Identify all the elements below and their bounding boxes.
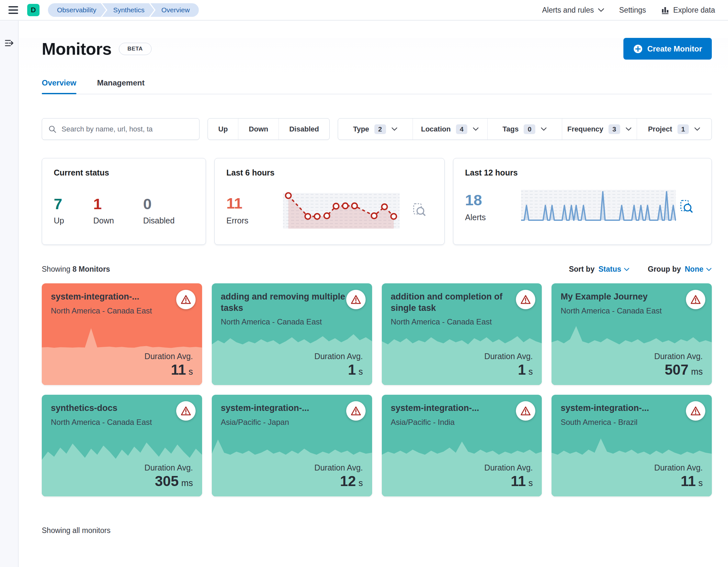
chevron-down-icon bbox=[472, 127, 479, 131]
duration-avg-label: Duration Avg. bbox=[484, 463, 533, 472]
chevron-down-icon bbox=[624, 267, 630, 271]
current-status-title: Current status bbox=[54, 168, 194, 177]
filter-frequency[interactable]: Frequency3 bbox=[562, 119, 637, 140]
status-filter-group: UpDownDisabled bbox=[208, 118, 330, 140]
duration-avg-label: Duration Avg. bbox=[654, 463, 703, 472]
duration-unit: s bbox=[358, 367, 363, 377]
warning-triangle-icon bbox=[690, 294, 701, 305]
monitor-card[interactable]: system-integration-... South America - B… bbox=[552, 395, 712, 496]
tab-management[interactable]: Management bbox=[97, 78, 145, 94]
search-input[interactable] bbox=[62, 125, 193, 133]
last-12-hours-title: Last 12 hours bbox=[465, 168, 700, 177]
alerts-inspect-button[interactable] bbox=[677, 197, 695, 216]
menu-icon[interactable] bbox=[8, 6, 18, 14]
filter-count-badge: 3 bbox=[609, 124, 620, 134]
duration-unit: s bbox=[699, 478, 703, 488]
errors-count: 11 bbox=[226, 194, 280, 212]
monitor-name: addition and completion of single task bbox=[391, 291, 533, 313]
status-filter-up[interactable]: Up bbox=[208, 119, 238, 140]
status-stat-label: Disabled bbox=[143, 216, 175, 225]
chevron-down-icon bbox=[625, 127, 632, 131]
status-stat-value: 7 bbox=[54, 195, 64, 213]
filter-tags[interactable]: Tags0 bbox=[487, 119, 562, 140]
duration-value: 12 bbox=[340, 473, 356, 489]
duration-unit: s bbox=[529, 367, 533, 377]
errors-inspect-button[interactable] bbox=[410, 200, 428, 220]
monitor-name: system-integration-... bbox=[221, 403, 363, 414]
breadcrumb-item[interactable]: Synthetics bbox=[102, 3, 154, 17]
filter-location[interactable]: Location4 bbox=[413, 119, 487, 140]
tabs: Overview Management bbox=[42, 78, 712, 94]
deployment-badge[interactable]: D bbox=[27, 4, 40, 16]
status-stat-disabled: 0Disabled bbox=[143, 195, 175, 225]
breadcrumb-item[interactable]: Observability bbox=[48, 3, 106, 17]
status-stat-label: Up bbox=[54, 216, 64, 225]
breadcrumb-item[interactable]: Overview bbox=[150, 3, 199, 17]
monitor-card[interactable]: synthetics-docs North America - Canada E… bbox=[42, 395, 202, 496]
chevron-down-icon bbox=[598, 8, 604, 12]
filter-label: Project bbox=[648, 125, 672, 133]
filter-label: Type bbox=[353, 125, 369, 133]
duration-value: 305 bbox=[155, 473, 178, 489]
alerts-and-rules-button[interactable]: Alerts and rules bbox=[542, 6, 604, 15]
chevron-down-icon bbox=[706, 267, 712, 271]
monitor-name: My Example Journey bbox=[561, 291, 703, 302]
filter-count-badge: 0 bbox=[524, 124, 535, 134]
monitor-card[interactable]: adding and removing multiple tasks North… bbox=[212, 283, 372, 385]
chevron-down-icon bbox=[540, 127, 547, 131]
status-filter-disabled[interactable]: Disabled bbox=[279, 119, 329, 140]
warning-triangle-icon bbox=[520, 406, 531, 416]
filter-type[interactable]: Type2 bbox=[338, 119, 413, 140]
group-by-value[interactable]: None bbox=[685, 265, 712, 274]
monitor-location: North America - Canada East bbox=[51, 417, 158, 427]
breadcrumbs: ObservabilitySyntheticsOverview bbox=[48, 3, 199, 17]
filter-project[interactable]: Project1 bbox=[637, 119, 711, 140]
search-icon bbox=[48, 125, 57, 134]
errors-label: Errors bbox=[226, 216, 280, 225]
explore-data-button[interactable]: Explore data bbox=[661, 6, 715, 15]
filter-count-badge: 2 bbox=[374, 124, 386, 134]
showing-monitors-text: Showing 8 Monitors bbox=[42, 265, 110, 274]
search-box bbox=[42, 118, 199, 140]
settings-label: Settings bbox=[619, 6, 646, 15]
monitor-location: South America - Brazil bbox=[561, 417, 667, 427]
group-by-label: Group by bbox=[648, 265, 681, 274]
monitor-card[interactable]: My Example Journey North America - Canad… bbox=[552, 283, 712, 385]
duration-avg-label: Duration Avg. bbox=[144, 352, 193, 361]
filter-label: Location bbox=[421, 125, 451, 133]
duration-value: 1 bbox=[518, 362, 526, 378]
duration-value: 1 bbox=[348, 362, 356, 378]
last-6-hours-card: Last 6 hours 11 Errors bbox=[214, 158, 445, 245]
monitor-down-alert-badge bbox=[346, 290, 366, 309]
status-filter-down[interactable]: Down bbox=[238, 119, 279, 140]
monitor-card[interactable]: system-integration-... Asia/Pacific - Ja… bbox=[212, 395, 372, 496]
warning-triangle-icon bbox=[180, 294, 191, 305]
chevron-down-icon bbox=[391, 127, 398, 131]
last-12-hours-card: Last 12 hours 18 Alerts bbox=[453, 158, 712, 245]
monitor-name: synthetics-docs bbox=[51, 403, 193, 414]
monitor-location: North America - Canada East bbox=[221, 317, 328, 327]
monitor-name: system-integration-... bbox=[391, 403, 533, 414]
monitor-grid: system-integration-... North America - C… bbox=[42, 283, 712, 496]
collapsed-sidebar bbox=[0, 21, 18, 567]
expand-sidebar-icon[interactable] bbox=[4, 38, 15, 49]
monitor-name: system-integration-... bbox=[561, 403, 703, 414]
monitor-name: adding and removing multiple tasks bbox=[221, 291, 363, 313]
create-monitor-button[interactable]: Create Monitor bbox=[623, 38, 712, 60]
alerts-count: 18 bbox=[465, 191, 518, 209]
settings-button[interactable]: Settings bbox=[619, 6, 646, 15]
monitor-card[interactable]: system-integration-... North America - C… bbox=[42, 283, 202, 385]
monitor-down-alert-badge bbox=[176, 290, 196, 309]
page-title: Monitors bbox=[42, 39, 112, 59]
monitor-down-alert-badge bbox=[516, 401, 535, 421]
sort-by-value[interactable]: Status bbox=[598, 265, 630, 274]
sort-by-label: Sort by bbox=[569, 265, 595, 274]
monitor-card[interactable]: addition and completion of single task N… bbox=[382, 283, 542, 385]
tab-overview[interactable]: Overview bbox=[42, 78, 76, 94]
duration-value: 11 bbox=[511, 473, 526, 489]
duration-unit: s bbox=[188, 367, 193, 377]
inspect-icon bbox=[412, 202, 426, 217]
inspect-icon bbox=[679, 199, 693, 213]
monitor-card[interactable]: system-integration-... Asia/Pacific - In… bbox=[382, 395, 542, 496]
beta-badge: BETA bbox=[119, 43, 152, 55]
